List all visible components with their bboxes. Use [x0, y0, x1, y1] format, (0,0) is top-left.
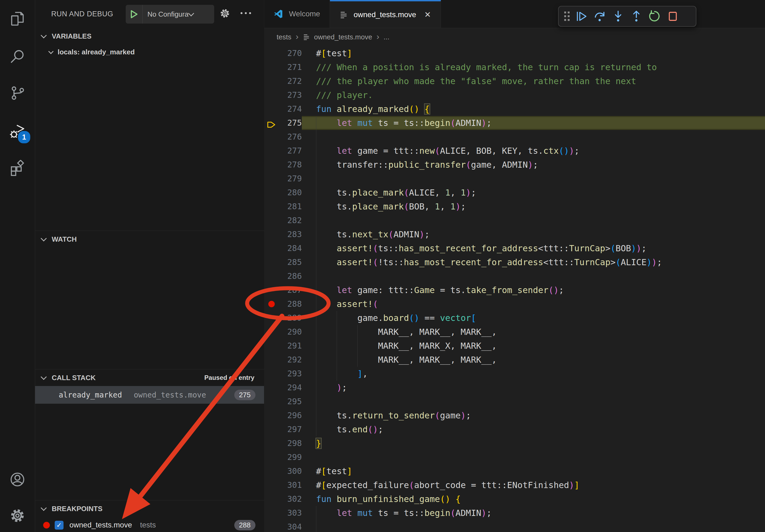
line-number[interactable]: 281 [279, 199, 302, 213]
line-number[interactable]: 288 [279, 297, 302, 311]
glyph-margin[interactable] [264, 255, 279, 269]
settings-gear-icon[interactable] [9, 507, 26, 524]
glyph-margin[interactable] [264, 116, 279, 130]
code-line-304[interactable]: 304 [264, 520, 765, 532]
line-number[interactable]: 298 [279, 436, 302, 450]
code-line-295[interactable]: 295 [264, 395, 765, 408]
line-number[interactable]: 278 [279, 158, 302, 172]
line-number[interactable]: 277 [279, 144, 302, 158]
glyph-margin[interactable] [264, 492, 279, 506]
code-line-294[interactable]: 294 ); [264, 381, 765, 395]
line-number[interactable]: 301 [279, 478, 302, 492]
search-icon[interactable] [9, 47, 26, 65]
code-editor[interactable]: 270#[test]271/// When a position is alre… [264, 46, 765, 532]
code-line-298[interactable]: 298} [264, 436, 765, 450]
line-number[interactable]: 272 [279, 74, 302, 88]
debug-config-dropdown[interactable]: No Configura [126, 5, 214, 24]
glyph-margin[interactable] [264, 158, 279, 172]
glyph-margin[interactable] [264, 367, 279, 381]
breakpoint-row[interactable]: ✓ owned_tests.move tests 288 [35, 517, 264, 532]
glyph-margin[interactable] [264, 311, 279, 325]
code-line-274[interactable]: 274fun already_marked() { [264, 102, 765, 116]
code-line-292[interactable]: 292 MARK__, MARK__, MARK__, [264, 353, 765, 367]
debug-settings-gear-icon[interactable] [220, 8, 230, 20]
line-number[interactable]: 289 [279, 311, 302, 325]
line-number[interactable]: 300 [279, 464, 302, 478]
glyph-margin[interactable] [264, 464, 279, 478]
line-number[interactable]: 287 [279, 283, 302, 297]
glyph-margin[interactable] [264, 46, 279, 60]
step-out-icon[interactable] [627, 8, 645, 25]
account-icon[interactable] [9, 471, 26, 488]
more-actions-icon[interactable] [240, 11, 252, 16]
glyph-margin[interactable] [264, 88, 279, 102]
code-line-270[interactable]: 270#[test] [264, 46, 765, 60]
glyph-margin[interactable] [264, 199, 279, 213]
glyph-margin[interactable] [264, 395, 279, 408]
code-line-280[interactable]: 280 ts.place_mark(ALICE, 1, 1); [264, 186, 765, 199]
line-number[interactable]: 296 [279, 408, 302, 422]
code-line-272[interactable]: 272/// the player who made the "false" m… [264, 74, 765, 88]
breadcrumb-folder[interactable]: tests [277, 33, 291, 41]
code-line-300[interactable]: 300#[test] [264, 464, 765, 478]
line-number[interactable]: 292 [279, 353, 302, 367]
code-line-273[interactable]: 273/// player. [264, 88, 765, 102]
glyph-margin[interactable] [264, 227, 279, 241]
line-number[interactable]: 275 [279, 116, 302, 130]
code-line-276[interactable]: 276 [264, 130, 765, 144]
glyph-margin[interactable] [264, 325, 279, 339]
call-stack-header[interactable]: CALL STACK Paused on entry [35, 370, 264, 386]
glyph-margin[interactable] [264, 353, 279, 367]
line-number[interactable]: 271 [279, 60, 302, 74]
code-line-293[interactable]: 293 ], [264, 367, 765, 381]
line-number[interactable]: 291 [279, 339, 302, 353]
code-line-290[interactable]: 290 MARK__, MARK__, MARK__, [264, 325, 765, 339]
stack-frame-row[interactable]: already_marked owned_tests.move 275 [35, 386, 264, 404]
glyph-margin[interactable] [264, 520, 279, 532]
code-line-281[interactable]: 281 ts.place_mark(BOB, 1, 1); [264, 199, 765, 213]
glyph-margin[interactable] [264, 436, 279, 450]
code-line-275[interactable]: 275 let mut ts = ts::begin(ADMIN); [264, 116, 765, 130]
line-number[interactable]: 286 [279, 269, 302, 283]
drag-grip-icon[interactable] [561, 11, 572, 22]
code-line-278[interactable]: 278 transfer::public_transfer(game, ADMI… [264, 158, 765, 172]
glyph-margin[interactable] [264, 450, 279, 464]
line-number[interactable]: 273 [279, 88, 302, 102]
glyph-margin[interactable] [264, 241, 279, 255]
line-number[interactable]: 304 [279, 520, 302, 532]
code-line-286[interactable]: 286 [264, 269, 765, 283]
code-line-271[interactable]: 271/// When a position is already marked… [264, 60, 765, 74]
glyph-margin[interactable] [264, 478, 279, 492]
code-line-299[interactable]: 299 [264, 450, 765, 464]
glyph-margin[interactable] [264, 408, 279, 422]
glyph-margin[interactable] [264, 269, 279, 283]
continue-icon[interactable] [572, 8, 591, 25]
config-select-label[interactable]: No Configura [147, 10, 189, 19]
code-line-287[interactable]: 287 let game: ttt::Game = ts.take_from_s… [264, 283, 765, 297]
line-number[interactable]: 284 [279, 241, 302, 255]
breakpoint-checkbox[interactable]: ✓ [55, 521, 64, 530]
line-number[interactable]: 274 [279, 102, 302, 116]
line-number[interactable]: 294 [279, 381, 302, 395]
source-control-icon[interactable] [9, 84, 26, 102]
code-line-302[interactable]: 302fun burn_unfinished_game() { [264, 492, 765, 506]
breadcrumb-file[interactable]: owned_tests.move [314, 33, 372, 41]
glyph-margin[interactable] [264, 213, 279, 227]
line-number[interactable]: 302 [279, 492, 302, 506]
glyph-margin[interactable] [264, 339, 279, 353]
line-number[interactable]: 279 [279, 172, 302, 186]
code-line-285[interactable]: 285 assert!(!ts::has_most_recent_for_add… [264, 255, 765, 269]
glyph-margin[interactable] [264, 186, 279, 199]
start-debug-button[interactable] [126, 5, 143, 24]
line-number[interactable]: 285 [279, 255, 302, 269]
code-line-289[interactable]: 289 game.board() == vector[ [264, 311, 765, 325]
glyph-margin[interactable] [264, 506, 279, 520]
line-number[interactable]: 295 [279, 395, 302, 408]
code-line-296[interactable]: 296 ts.return_to_sender(game); [264, 408, 765, 422]
code-line-282[interactable]: 282 [264, 213, 765, 227]
line-number[interactable]: 270 [279, 46, 302, 60]
line-number[interactable]: 276 [279, 130, 302, 144]
code-line-277[interactable]: 277 let game = ttt::new(ALICE, BOB, KEY,… [264, 144, 765, 158]
glyph-margin[interactable] [264, 297, 279, 311]
glyph-margin[interactable] [264, 422, 279, 436]
